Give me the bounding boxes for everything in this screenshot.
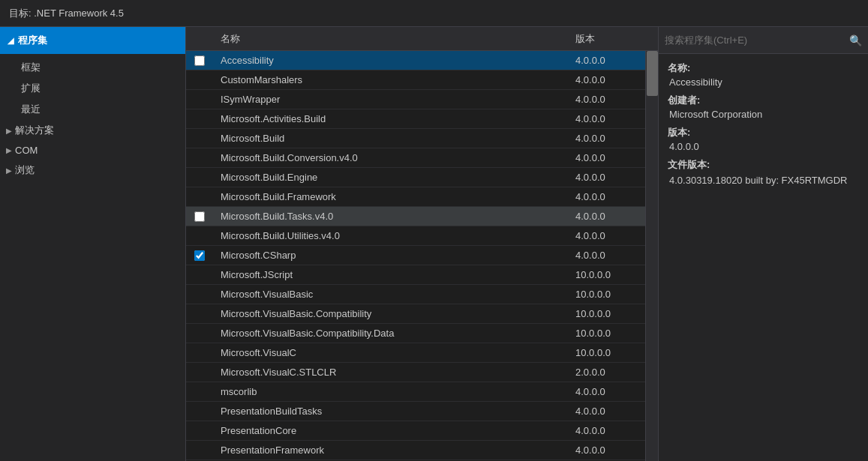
row-name: Microsoft.Activities.Build: [213, 110, 568, 127]
row-name: Microsoft.VisualC.STLCLR: [213, 364, 568, 381]
sidebar-item-浏览[interactable]: ▶ 浏览: [0, 160, 185, 181]
sidebar-item-label-框架: 框架: [21, 61, 41, 73]
sidebar-item-COM[interactable]: ▶ COM: [0, 141, 185, 160]
row-name: Microsoft.Build: [213, 130, 568, 147]
col-header-version: 版本: [568, 27, 658, 50]
sidebar-item-最近[interactable]: 最近: [0, 99, 185, 120]
table-row[interactable]: Microsoft.Build.Engine4.0.0.0: [186, 168, 658, 187]
search-input[interactable]: [665, 34, 846, 46]
table-row[interactable]: Microsoft.Activities.Build4.0.0.0: [186, 109, 658, 129]
table-row[interactable]: CustomMarshalers4.0.0.0: [186, 70, 658, 90]
table-row[interactable]: Microsoft.VisualC.STLCLR2.0.0.0: [186, 363, 658, 382]
col-header-check: [186, 27, 213, 50]
sidebar-item-解决方案[interactable]: ▶ 解决方案: [0, 120, 185, 141]
table-row[interactable]: ISymWrapper4.0.0.0: [186, 90, 658, 109]
table-row[interactable]: Microsoft.Build.Framework4.0.0.0: [186, 187, 658, 207]
scrollbar-thumb[interactable]: [647, 51, 658, 96]
row-version: 4.0.0.0: [568, 149, 658, 166]
top-bar: 目标: .NET Framework 4.5: [0, 0, 868, 27]
scrollbar[interactable]: [645, 51, 658, 461]
top-bar-title: 目标: .NET Framework 4.5: [9, 7, 124, 20]
table-row[interactable]: PresentationBuildTasks4.0.0.0: [186, 402, 658, 421]
detail-file-version-label: 文件版本:: [668, 158, 859, 172]
sidebar: ◢ 程序集 框架 扩展 最近 ▶ 解决方案 ▶ COM ▶ 浏览: [0, 27, 186, 461]
row-name: PresentationBuildTasks: [213, 403, 568, 420]
table-row[interactable]: Microsoft.Build.Utilities.v4.04.0.0.0: [186, 226, 658, 246]
row-name: Microsoft.VisualBasic.Compatibility.Data: [213, 325, 568, 342]
sidebar-item-扩展[interactable]: 扩展: [0, 78, 185, 99]
row-name: Microsoft.Build.Engine: [213, 169, 568, 186]
detail-author-value: Microsoft Corporation: [668, 109, 859, 120]
row-checkbox[interactable]: [194, 55, 205, 66]
row-version: 4.0.0.0: [568, 227, 658, 244]
table-row[interactable]: Accessibility4.0.0.0: [186, 51, 658, 70]
table-row[interactable]: Microsoft.Build4.0.0.0: [186, 129, 658, 148]
row-version: 4.0.0.0: [568, 91, 658, 108]
sidebar-item-label-解决方案: 解决方案: [15, 124, 54, 137]
arrow-icon-解决方案: ▶: [6, 127, 12, 135]
main-layout: ◢ 程序集 框架 扩展 最近 ▶ 解决方案 ▶ COM ▶ 浏览: [0, 27, 868, 461]
table-row[interactable]: Microsoft.CSharp4.0.0.0: [186, 246, 658, 265]
table-row[interactable]: Microsoft.JScript10.0.0.0: [186, 265, 658, 285]
row-name: Microsoft.VisualBasic: [213, 286, 568, 303]
table-row[interactable]: Microsoft.VisualBasic.Compatibility.Data…: [186, 324, 658, 343]
table-body: Accessibility4.0.0.0CustomMarshalers4.0.…: [186, 51, 658, 461]
row-version: 10.0.0.0: [568, 325, 658, 342]
arrow-icon-浏览: ▶: [6, 166, 12, 175]
row-version: 4.0.0.0: [568, 383, 658, 400]
row-version: 4.0.0.0: [568, 110, 658, 127]
search-icon[interactable]: 🔍: [849, 34, 862, 46]
row-name: Microsoft.Build.Conversion.v4.0: [213, 149, 568, 166]
row-version: 4.0.0.0: [568, 247, 658, 264]
col-header-name: 名称: [213, 27, 568, 50]
detail-version-value: 4.0.0.0: [668, 141, 859, 152]
row-version: 4.0.0.0: [568, 71, 658, 88]
row-version: 4.0.0.0: [568, 442, 658, 459]
checkbox-cell[interactable]: [186, 250, 213, 261]
table-row[interactable]: PresentationCore4.0.0.0: [186, 421, 658, 441]
row-version: 4.0.0.0: [568, 188, 658, 205]
row-name: ISymWrapper: [213, 91, 568, 108]
row-name: Microsoft.VisualBasic.Compatibility: [213, 305, 568, 322]
row-name: CustomMarshalers: [213, 71, 568, 88]
table-row[interactable]: mscorlib4.0.0.0: [186, 382, 658, 402]
checkbox-cell[interactable]: [186, 211, 213, 222]
table-row[interactable]: Microsoft.Build.Conversion.v4.04.0.0.0: [186, 148, 658, 168]
detail-file-version-value: 4.0.30319.18020 built by: FX45RTMGDR: [668, 173, 859, 188]
table-row[interactable]: Microsoft.VisualC10.0.0.0: [186, 343, 658, 363]
sidebar-items: 框架 扩展 最近 ▶ 解决方案 ▶ COM ▶ 浏览: [0, 54, 185, 461]
table-row[interactable]: Microsoft.VisualBasic10.0.0.0: [186, 285, 658, 304]
checkbox-cell[interactable]: [186, 55, 213, 66]
right-panel: 🔍 名称: Accessibility 创建者: Microsoft Corpo…: [658, 27, 868, 461]
table-row[interactable]: PresentationFramework4.0.0.0: [186, 441, 658, 460]
row-name: Microsoft.VisualC: [213, 344, 568, 361]
row-version: 4.0.0.0: [568, 130, 658, 147]
row-checkbox[interactable]: [194, 250, 205, 261]
row-checkbox[interactable]: [194, 211, 205, 222]
row-version: 10.0.0.0: [568, 286, 658, 303]
row-name: Microsoft.Build.Tasks.v4.0: [213, 208, 568, 225]
sidebar-item-label-最近: 最近: [21, 103, 41, 115]
right-panel-content: 名称: Accessibility 创建者: Microsoft Corpora…: [659, 54, 868, 461]
row-version: 10.0.0.0: [568, 344, 658, 361]
detail-name-value: Accessibility: [668, 76, 859, 88]
row-version: 4.0.0.0: [568, 403, 658, 420]
row-name: mscorlib: [213, 383, 568, 400]
row-name: PresentationCore: [213, 422, 568, 439]
table-row[interactable]: Microsoft.VisualBasic.Compatibility10.0.…: [186, 304, 658, 324]
sidebar-header-label: 程序集: [18, 34, 47, 47]
table-row[interactable]: Microsoft.Build.Tasks.v4.04.0.0.0: [186, 207, 658, 226]
row-name: Microsoft.JScript: [213, 266, 568, 283]
row-name: Microsoft.Build.Utilities.v4.0: [213, 227, 568, 244]
detail-author-label: 创建者:: [668, 94, 859, 107]
row-version: 4.0.0.0: [568, 208, 658, 225]
search-bar[interactable]: 🔍: [659, 27, 868, 54]
row-name: Accessibility: [213, 52, 568, 69]
row-name: Microsoft.Build.Framework: [213, 188, 568, 205]
sidebar-item-框架[interactable]: 框架: [0, 57, 185, 78]
sidebar-header-icon: ◢: [8, 36, 14, 46]
row-name: Microsoft.CSharp: [213, 247, 568, 264]
sidebar-item-label-浏览: 浏览: [15, 163, 35, 177]
sidebar-header: ◢ 程序集: [0, 27, 185, 54]
arrow-icon-COM: ▶: [6, 146, 12, 154]
